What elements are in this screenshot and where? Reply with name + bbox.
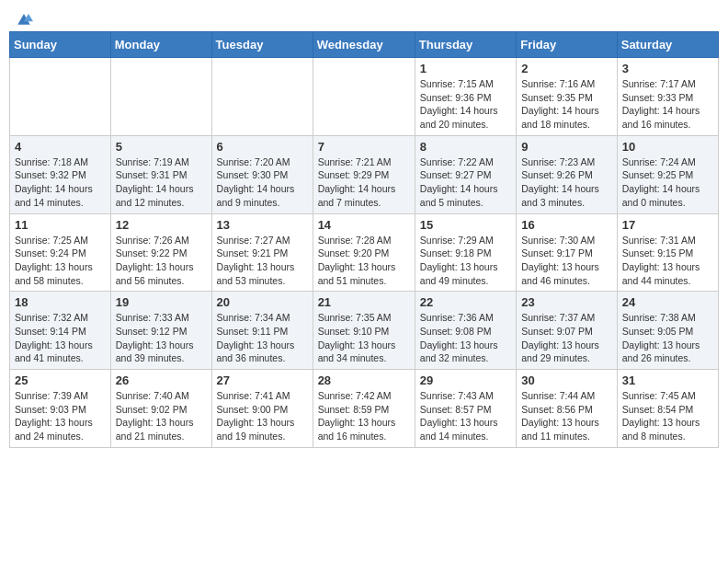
day-number: 28 [318, 373, 410, 387]
day-number: 10 [622, 140, 713, 154]
calendar-day-cell: 24Sunrise: 7:38 AM Sunset: 9:05 PM Dayli… [617, 292, 718, 370]
calendar-day-cell [313, 58, 415, 136]
calendar-day-cell: 14Sunrise: 7:28 AM Sunset: 9:20 PM Dayli… [313, 213, 415, 292]
day-number: 24 [622, 295, 713, 309]
calendar-day-cell: 25Sunrise: 7:39 AM Sunset: 9:03 PM Dayli… [10, 370, 111, 448]
day-info: Sunrise: 7:21 AM Sunset: 9:29 PM Dayligh… [318, 155, 410, 210]
day-info: Sunrise: 7:26 AM Sunset: 9:22 PM Dayligh… [116, 234, 207, 288]
calendar-day-cell [110, 58, 211, 136]
calendar-week-row: 25Sunrise: 7:39 AM Sunset: 9:03 PM Dayli… [10, 370, 719, 448]
header [9, 9, 719, 24]
day-of-week-header: Wednesday [313, 32, 415, 58]
day-number: 6 [217, 140, 308, 154]
logo-icon [15, 9, 33, 28]
day-info: Sunrise: 7:27 AM Sunset: 9:21 PM Dayligh… [217, 234, 308, 288]
calendar-day-cell: 21Sunrise: 7:35 AM Sunset: 9:10 PM Dayli… [313, 292, 415, 370]
day-number: 19 [116, 295, 207, 309]
day-number: 3 [622, 62, 713, 75]
day-number: 5 [116, 140, 207, 154]
day-of-week-header: Monday [110, 32, 211, 58]
day-info: Sunrise: 7:40 AM Sunset: 9:02 PM Dayligh… [116, 389, 207, 443]
calendar-day-cell: 10Sunrise: 7:24 AM Sunset: 9:25 PM Dayli… [617, 135, 718, 213]
day-of-week-header: Thursday [415, 32, 516, 58]
calendar-week-row: 18Sunrise: 7:32 AM Sunset: 9:14 PM Dayli… [10, 292, 719, 370]
day-number: 27 [217, 373, 308, 387]
day-info: Sunrise: 7:16 AM Sunset: 9:35 PM Dayligh… [521, 77, 612, 132]
day-info: Sunrise: 7:24 AM Sunset: 9:25 PM Dayligh… [622, 155, 713, 210]
calendar-day-cell: 30Sunrise: 7:44 AM Sunset: 8:56 PM Dayli… [517, 370, 618, 448]
day-info: Sunrise: 7:39 AM Sunset: 9:03 PM Dayligh… [15, 389, 106, 443]
day-number: 12 [116, 218, 207, 232]
calendar-day-cell: 3Sunrise: 7:17 AM Sunset: 9:33 PM Daylig… [617, 58, 718, 136]
day-info: Sunrise: 7:23 AM Sunset: 9:26 PM Dayligh… [521, 155, 612, 210]
day-number: 20 [217, 295, 308, 309]
day-info: Sunrise: 7:19 AM Sunset: 9:31 PM Dayligh… [116, 155, 207, 210]
day-info: Sunrise: 7:42 AM Sunset: 8:59 PM Dayligh… [318, 389, 410, 443]
day-info: Sunrise: 7:32 AM Sunset: 9:14 PM Dayligh… [15, 311, 106, 365]
day-info: Sunrise: 7:29 AM Sunset: 9:18 PM Dayligh… [420, 234, 511, 288]
calendar-day-cell: 7Sunrise: 7:21 AM Sunset: 9:29 PM Daylig… [313, 135, 415, 213]
day-number: 31 [622, 373, 713, 387]
day-number: 7 [318, 140, 410, 154]
calendar-day-cell: 12Sunrise: 7:26 AM Sunset: 9:22 PM Dayli… [110, 213, 211, 292]
calendar: SundayMondayTuesdayWednesdayThursdayFrid… [9, 31, 719, 448]
calendar-week-row: 4Sunrise: 7:18 AM Sunset: 9:32 PM Daylig… [10, 135, 719, 213]
day-info: Sunrise: 7:36 AM Sunset: 9:08 PM Dayligh… [420, 311, 511, 365]
day-info: Sunrise: 7:25 AM Sunset: 9:24 PM Dayligh… [15, 234, 106, 288]
day-info: Sunrise: 7:44 AM Sunset: 8:56 PM Dayligh… [521, 389, 612, 443]
calendar-day-cell: 6Sunrise: 7:20 AM Sunset: 9:30 PM Daylig… [211, 135, 313, 213]
logo [13, 9, 33, 24]
day-number: 1 [420, 62, 511, 75]
day-number: 9 [521, 140, 612, 154]
calendar-day-cell: 20Sunrise: 7:34 AM Sunset: 9:11 PM Dayli… [211, 292, 313, 370]
day-number: 29 [420, 373, 511, 387]
day-info: Sunrise: 7:15 AM Sunset: 9:36 PM Dayligh… [420, 77, 511, 132]
day-of-week-header: Sunday [10, 32, 111, 58]
calendar-day-cell [10, 58, 111, 136]
day-number: 30 [521, 373, 612, 387]
day-info: Sunrise: 7:18 AM Sunset: 9:32 PM Dayligh… [15, 155, 106, 210]
day-number: 17 [622, 218, 713, 232]
calendar-day-cell [211, 58, 313, 136]
calendar-day-cell: 8Sunrise: 7:22 AM Sunset: 9:27 PM Daylig… [415, 135, 516, 213]
day-info: Sunrise: 7:30 AM Sunset: 9:17 PM Dayligh… [521, 234, 612, 288]
day-info: Sunrise: 7:22 AM Sunset: 9:27 PM Dayligh… [420, 155, 511, 210]
calendar-day-cell: 2Sunrise: 7:16 AM Sunset: 9:35 PM Daylig… [517, 58, 618, 136]
day-number: 8 [420, 140, 511, 154]
calendar-day-cell: 5Sunrise: 7:19 AM Sunset: 9:31 PM Daylig… [110, 135, 211, 213]
day-number: 14 [318, 218, 410, 232]
day-info: Sunrise: 7:34 AM Sunset: 9:11 PM Dayligh… [217, 311, 308, 365]
day-info: Sunrise: 7:45 AM Sunset: 8:54 PM Dayligh… [622, 389, 713, 443]
calendar-week-row: 1Sunrise: 7:15 AM Sunset: 9:36 PM Daylig… [10, 58, 719, 136]
day-number: 15 [420, 218, 511, 232]
day-number: 22 [420, 295, 511, 309]
day-number: 13 [217, 218, 308, 232]
calendar-day-cell: 27Sunrise: 7:41 AM Sunset: 9:00 PM Dayli… [211, 370, 313, 448]
calendar-day-cell: 17Sunrise: 7:31 AM Sunset: 9:15 PM Dayli… [617, 213, 718, 292]
calendar-day-cell: 31Sunrise: 7:45 AM Sunset: 8:54 PM Dayli… [617, 370, 718, 448]
calendar-day-cell: 9Sunrise: 7:23 AM Sunset: 9:26 PM Daylig… [517, 135, 618, 213]
day-of-week-header: Saturday [617, 32, 718, 58]
calendar-header-row: SundayMondayTuesdayWednesdayThursdayFrid… [10, 32, 719, 58]
calendar-day-cell: 19Sunrise: 7:33 AM Sunset: 9:12 PM Dayli… [110, 292, 211, 370]
calendar-day-cell: 16Sunrise: 7:30 AM Sunset: 9:17 PM Dayli… [517, 213, 618, 292]
day-number: 16 [521, 218, 612, 232]
calendar-day-cell: 11Sunrise: 7:25 AM Sunset: 9:24 PM Dayli… [10, 213, 111, 292]
day-number: 23 [521, 295, 612, 309]
day-info: Sunrise: 7:35 AM Sunset: 9:10 PM Dayligh… [318, 311, 410, 365]
calendar-day-cell: 1Sunrise: 7:15 AM Sunset: 9:36 PM Daylig… [415, 58, 516, 136]
calendar-day-cell: 13Sunrise: 7:27 AM Sunset: 9:21 PM Dayli… [211, 213, 313, 292]
day-info: Sunrise: 7:20 AM Sunset: 9:30 PM Dayligh… [217, 155, 308, 210]
day-of-week-header: Tuesday [211, 32, 313, 58]
day-of-week-header: Friday [517, 32, 618, 58]
day-number: 4 [15, 140, 106, 154]
day-info: Sunrise: 7:41 AM Sunset: 9:00 PM Dayligh… [217, 389, 308, 443]
calendar-day-cell: 28Sunrise: 7:42 AM Sunset: 8:59 PM Dayli… [313, 370, 415, 448]
day-number: 11 [15, 218, 106, 232]
day-info: Sunrise: 7:28 AM Sunset: 9:20 PM Dayligh… [318, 234, 410, 288]
calendar-day-cell: 18Sunrise: 7:32 AM Sunset: 9:14 PM Dayli… [10, 292, 111, 370]
calendar-day-cell: 23Sunrise: 7:37 AM Sunset: 9:07 PM Dayli… [517, 292, 618, 370]
day-info: Sunrise: 7:38 AM Sunset: 9:05 PM Dayligh… [622, 311, 713, 365]
day-info: Sunrise: 7:31 AM Sunset: 9:15 PM Dayligh… [622, 234, 713, 288]
calendar-day-cell: 29Sunrise: 7:43 AM Sunset: 8:57 PM Dayli… [415, 370, 516, 448]
